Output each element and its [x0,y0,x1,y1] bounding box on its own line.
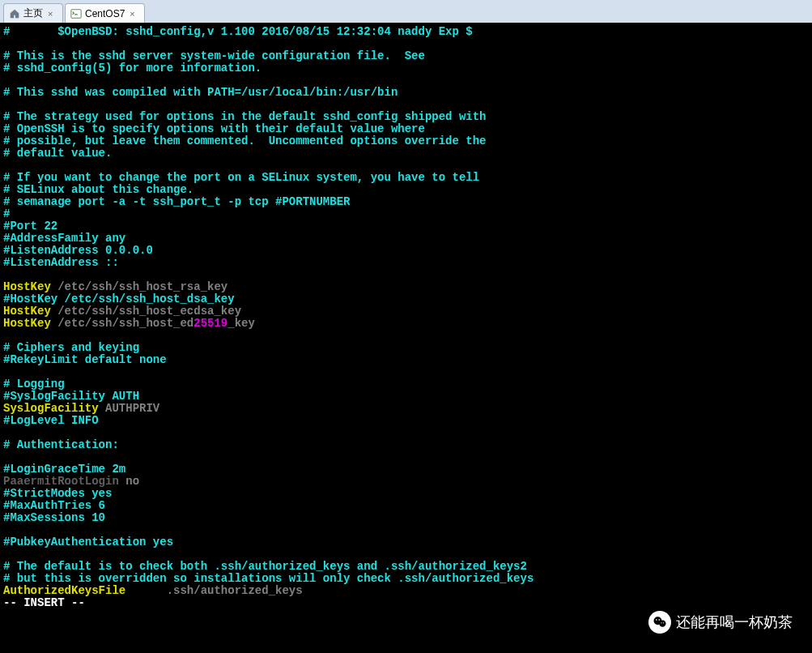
terminal-text: #SyslogFacility AUTH [3,390,139,403]
terminal-text: # The strategy used for options in the d… [3,110,487,123]
terminal-line [3,38,809,50]
terminal-line: # Logging [3,378,809,391]
terminal-text: #PubkeyAuthentication yes [3,536,173,548]
terminal-text: AuthorizedKeysFile [3,584,125,597]
watermark: 还能再喝一杯奶茶 [648,611,793,634]
terminal-text: # [3,207,10,220]
terminal-line [3,427,809,439]
terminal-line: #StrictModes yes [3,488,809,500]
svg-point-4 [658,619,660,621]
terminal-text: # sshd_config(5) for more information. [3,62,261,75]
terminal-line: PaaermitRootLogin no [3,476,809,488]
terminal-text: # Authentication: [3,438,119,451]
terminal-line: #AddressFamily any [3,233,809,245]
terminal-line: #Port 22 [3,220,809,233]
terminal-text: /etc/ssh/ssh_host_ecdsa_key [51,305,241,318]
watermark-text: 还能再喝一杯奶茶 [676,612,793,632]
tab-centos7[interactable]: CentOS7 × [65,3,145,23]
terminal-line: # default value. [3,147,809,160]
terminal-editor[interactable]: # $OpenBSD: sshd_config,v 1.100 2016/08/… [0,23,812,653]
terminal-text: # OpenSSH is to specify options with the… [3,122,425,135]
terminal-line [3,269,809,281]
terminal-line [3,548,809,561]
terminal-text: # Ciphers and keying [3,341,139,354]
terminal-line: #SyslogFacility AUTH [3,391,809,403]
terminal-text: #ListenAddress :: [3,256,119,269]
terminal-line [3,330,809,342]
terminal-line: # but this is overridden so installation… [3,573,809,585]
svg-point-2 [659,621,665,627]
terminal-text: HostKey [3,317,51,330]
wechat-icon [648,611,671,634]
terminal-line: #RekeyLimit default none [3,354,809,366]
terminal-text: #AddressFamily any [3,232,125,245]
terminal-line: #HostKey /etc/ssh/ssh_host_dsa_key [3,293,809,305]
terminal-line: #ListenAddress 0.0.0.0 [3,245,809,257]
terminal-line: #ListenAddress :: [3,257,809,269]
terminal-text: -- INSERT -- [3,596,85,609]
terminal-text: #MaxSessions 10 [3,511,105,524]
terminal-line: # Authentication: [3,439,809,451]
terminal-line: # Ciphers and keying [3,342,809,354]
terminal-text: # If you want to change the port on a SE… [3,171,479,184]
terminal-text: /etc/ssh/ssh_host_rsa_key [51,280,227,293]
close-icon[interactable]: × [130,9,139,19]
terminal-icon [70,8,82,19]
svg-rect-0 [71,9,81,18]
terminal-line [3,160,809,172]
terminal-text: /etc/ssh/ssh_host_ed [51,317,193,330]
terminal-text: # possible, but leave them commented. Un… [3,134,487,147]
terminal-line: HostKey /etc/ssh/ssh_host_ecdsa_key [3,305,809,318]
close-icon[interactable]: × [48,9,57,19]
terminal-text: # SELinux about this change. [3,183,193,196]
terminal-text: #HostKey /etc/ssh/ssh_host_dsa_key [3,292,235,305]
terminal-text: #LoginGraceTime 2m [3,463,125,476]
terminal-line: # [3,208,809,220]
terminal-text: #LogLevel INFO [3,414,99,427]
terminal-line [3,451,809,463]
terminal-line: #PubkeyAuthentication yes [3,536,809,548]
terminal-line: # SELinux about this change. [3,184,809,196]
terminal-text: .ssh/authorized_keys [125,584,302,597]
terminal-line: AuthorizedKeysFile .ssh/authorized_keys [3,585,809,597]
terminal-line [3,75,809,87]
terminal-text: #MaxAuthTries 6 [3,499,105,512]
svg-point-6 [663,622,664,623]
terminal-line: # This sshd was compiled with PATH=/usr/… [3,87,809,99]
terminal-text: # This sshd was compiled with PATH=/usr/… [3,86,397,99]
terminal-line: # sshd_config(5) for more information. [3,62,809,75]
terminal-line: -- INSERT -- [3,597,809,609]
terminal-text: # but this is overridden so installation… [3,572,534,585]
terminal-text: # Logging [3,378,65,391]
svg-point-5 [661,622,661,623]
terminal-line [3,366,809,378]
terminal-line: HostKey /etc/ssh/ssh_host_rsa_key [3,281,809,293]
terminal-line: #MaxAuthTries 6 [3,500,809,512]
terminal-text: no [119,475,139,488]
terminal-line: # The default is to check both .ssh/auth… [3,561,809,573]
terminal-text: # semanage port -a -t ssh_port_t -p tcp … [3,195,350,208]
tab-bar: 主页 × CentOS7 × [0,0,812,23]
terminal-text: PaaermitRootLogin [3,475,119,488]
terminal-line: #LoginGraceTime 2m [3,463,809,476]
terminal-text: #StrictModes yes [3,487,112,500]
terminal-line: #LogLevel INFO [3,415,809,427]
terminal-line [3,524,809,536]
terminal-line: # The strategy used for options in the d… [3,111,809,123]
tab-label: 主页 [23,6,43,20]
terminal-line: # semanage port -a -t ssh_port_t -p tcp … [3,196,809,208]
terminal-line [3,99,809,111]
terminal-line: #MaxSessions 10 [3,512,809,524]
terminal-text: _key [227,317,255,330]
terminal-text: # $OpenBSD: sshd_config,v 1.100 2016/08/… [3,25,473,38]
tab-label: CentOS7 [85,8,125,19]
terminal-text: 25519 [193,317,227,330]
home-icon [9,8,20,19]
terminal-text: #RekeyLimit default none [3,353,167,366]
terminal-text: HostKey [3,305,51,318]
terminal-line: # This is the sshd server system-wide co… [3,50,809,62]
terminal-line: SyslogFacility AUTHPRIV [3,403,809,415]
terminal-text: # default value. [3,147,112,160]
terminal-text: HostKey [3,280,51,293]
tab-home[interactable]: 主页 × [3,3,63,23]
